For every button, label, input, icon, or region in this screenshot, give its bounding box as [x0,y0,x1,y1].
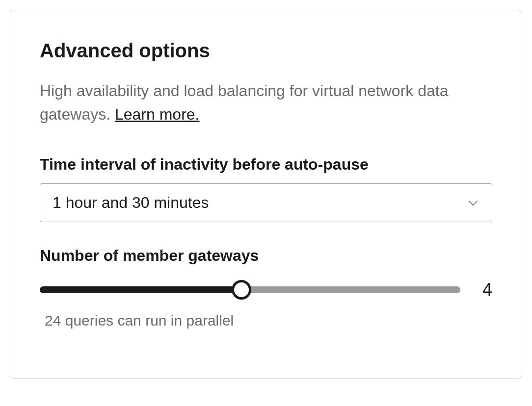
slider-row: 4 [40,275,492,300]
card-title: Advanced options [40,40,492,62]
card-description: High availability and load balancing for… [40,79,492,126]
learn-more-link[interactable]: Learn more. [115,105,200,123]
slider-fill [40,286,241,293]
member-gateways-slider[interactable] [40,286,460,293]
time-interval-field: Time interval of inactivity before auto-… [40,155,492,222]
member-gateways-field: Number of member gateways 4 24 queries c… [40,247,492,329]
member-gateways-label: Number of member gateways [40,247,492,265]
slider-thumb[interactable] [232,280,251,300]
chevron-down-icon [467,197,479,209]
time-interval-dropdown[interactable]: 1 hour and 30 minutes [40,183,492,222]
time-interval-label: Time interval of inactivity before auto-… [40,155,492,174]
time-interval-value: 1 hour and 30 minutes [53,194,467,212]
description-text: High availability and load balancing for… [40,82,448,123]
member-gateways-helper: 24 queries can run in parallel [45,312,492,329]
member-gateways-value: 4 [478,279,492,300]
advanced-options-card: Advanced options High availability and l… [10,10,522,379]
